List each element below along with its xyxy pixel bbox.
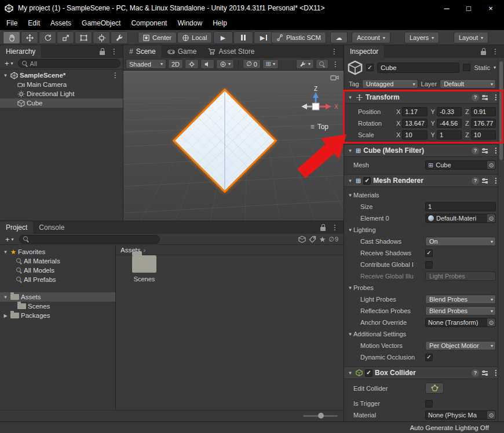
scene-camera-icon[interactable]	[330, 74, 339, 83]
favorites-filter-icon[interactable]: ★	[319, 235, 326, 244]
draw-mode-dropdown[interactable]: Shaded▾	[126, 59, 166, 69]
scene-bar-more-icon[interactable]: ⋮	[330, 60, 341, 68]
rotation-z-field[interactable]: 176.77	[471, 119, 496, 128]
minimize-button[interactable]: ─	[438, 2, 455, 14]
pivot-rotation-button[interactable]: Local	[177, 32, 212, 43]
folder-scenes[interactable]: Scenes	[0, 302, 115, 311]
menu-gameobject[interactable]: GameObject	[76, 16, 126, 30]
active-checkbox[interactable]	[366, 64, 374, 71]
folder-packages[interactable]: ▶ Packages	[0, 311, 115, 320]
layout-dropdown[interactable]: Layout▾	[454, 32, 488, 43]
account-dropdown[interactable]: Account▾	[352, 32, 390, 43]
edit-collider-button[interactable]	[425, 383, 444, 394]
object-picker-icon[interactable]: ⊙	[487, 214, 495, 222]
step-button[interactable]: ▶	[254, 31, 273, 44]
help-icon[interactable]: ?	[472, 177, 479, 185]
foldout-open-icon[interactable]: ▼	[347, 370, 353, 376]
tab-scene[interactable]: # Scene	[123, 45, 162, 58]
panel-menu-icon[interactable]: ⋮	[490, 47, 501, 56]
tab-project[interactable]: Project	[0, 221, 33, 234]
gizmo-view-menu[interactable]: ≡ Top	[311, 123, 328, 131]
hierarchy-item-cube[interactable]: Cube	[0, 98, 123, 108]
gizmo-z-cone[interactable]	[313, 92, 319, 98]
static-checkbox[interactable]	[463, 64, 470, 71]
menu-edit[interactable]: Edit	[23, 16, 45, 30]
probes-foldout[interactable]: ▼ Probes	[344, 282, 504, 293]
mesh-filter-header[interactable]: ▼ ⊞ Cube (Mesh Filter) ? ⋮	[344, 144, 504, 157]
materials-size-field[interactable]: 1	[425, 202, 496, 211]
transform-header[interactable]: ▼ Transform ? ⋮	[344, 91, 504, 104]
position-z-field[interactable]: 0.91	[471, 107, 496, 116]
receive-shadows-checkbox[interactable]	[425, 249, 433, 257]
foldout-open-icon[interactable]: ▼	[347, 332, 353, 337]
foldout-open-icon[interactable]: ▼	[347, 148, 353, 153]
gizmo-minus-x-cone[interactable]	[301, 104, 307, 109]
scene-effects-dropdown[interactable]: ▾	[216, 59, 234, 69]
hierarchy-search-input[interactable]: All	[18, 59, 120, 68]
component-enabled-checkbox[interactable]	[365, 369, 372, 377]
menu-file[interactable]: File	[1, 16, 23, 30]
scale-y-field[interactable]: 1	[437, 130, 462, 140]
scene-options-icon[interactable]: ⋮	[110, 71, 120, 79]
tag-dropdown[interactable]: Untagged▾	[362, 79, 418, 89]
foldout-open-icon[interactable]: ▼	[2, 73, 9, 78]
object-picker-icon[interactable]: ⊙	[487, 318, 495, 326]
help-icon[interactable]: ?	[472, 369, 479, 377]
hierarchy-item-directional-light[interactable]: Directional Light	[0, 89, 123, 98]
scene-orientation-gizmo[interactable]: Z X	[291, 86, 340, 122]
tab-game[interactable]: Game	[162, 45, 203, 58]
rotation-x-field[interactable]: 13.647	[402, 119, 427, 128]
is-trigger-checkbox[interactable]	[425, 400, 433, 408]
help-icon[interactable]: ?	[472, 147, 479, 155]
scrollbar-thumb[interactable]	[499, 61, 503, 160]
tab-console[interactable]: Console	[33, 221, 70, 234]
slider-knob[interactable]	[318, 413, 324, 419]
menu-component[interactable]: Component	[126, 16, 172, 30]
gizmo-center-cube[interactable]	[312, 103, 319, 110]
foldout-open-icon[interactable]: ▼	[2, 249, 9, 255]
transform-tool-button[interactable]	[93, 31, 110, 44]
static-dropdown-icon[interactable]: ▾	[494, 65, 496, 70]
foldout-open-icon[interactable]: ▼	[347, 178, 353, 184]
cast-shadows-dropdown[interactable]: On▾	[425, 237, 496, 246]
materials-foldout[interactable]: ▼ Materials	[344, 189, 504, 201]
custom-tool-button[interactable]	[111, 31, 128, 44]
lock-icon[interactable]	[320, 227, 326, 231]
favorites-root[interactable]: ▼ ★ Favorites	[0, 247, 115, 256]
rect-tool-button[interactable]	[75, 31, 92, 44]
tab-hierarchy[interactable]: Hierarchy	[0, 45, 41, 58]
object-name-field[interactable]: Cube	[377, 63, 459, 73]
tab-asset-store[interactable]: Asset Store	[202, 45, 260, 58]
scene-audio-toggle[interactable]	[200, 59, 214, 69]
dynamic-occlusion-checkbox[interactable]	[425, 354, 433, 361]
presets-icon[interactable]	[481, 147, 488, 154]
menu-help[interactable]: Help	[207, 16, 232, 30]
foldout-closed-icon[interactable]: ▶	[2, 313, 9, 318]
reflection-probes-dropdown[interactable]: Blend Probes▾	[425, 306, 496, 315]
hand-tool-button[interactable]	[3, 31, 20, 44]
object-picker-icon[interactable]: ⊙	[487, 411, 495, 419]
favorite-all-prefabs[interactable]: All Prefabs	[0, 275, 115, 284]
package-filter-icon[interactable]	[298, 236, 306, 243]
tab-inspector[interactable]: Inspector	[344, 45, 384, 58]
thumbnail-size-slider[interactable]	[303, 415, 338, 417]
motion-vectors-dropdown[interactable]: Per Object Motior▾	[425, 341, 496, 350]
gizmo-x-cone[interactable]	[326, 104, 331, 109]
layer-dropdown[interactable]: Default▾	[440, 79, 496, 89]
cloud-button[interactable]: ☁	[330, 32, 348, 43]
menu-window[interactable]: Window	[172, 16, 207, 30]
hierarchy-item-main-camera[interactable]: Main Camera	[0, 80, 123, 89]
component-enabled-checkbox[interactable]	[363, 177, 371, 185]
panel-menu-icon[interactable]: ⋮	[329, 47, 339, 56]
scale-x-field[interactable]: 10	[402, 130, 427, 140]
maximize-button[interactable]: □	[460, 2, 477, 14]
rotate-tool-button[interactable]	[39, 31, 56, 44]
light-probes-dropdown[interactable]: Blend Probes▾	[425, 295, 496, 304]
create-asset-button[interactable]: +▾	[3, 234, 16, 244]
foldout-open-icon[interactable]: ▼	[347, 227, 353, 233]
favorite-all-materials[interactable]: All Materials	[0, 256, 115, 266]
plastic-scm-button[interactable]: Plastic SCM	[271, 32, 326, 43]
layers-dropdown[interactable]: Layers▾	[404, 32, 439, 43]
rotation-y-field[interactable]: -44.56	[437, 119, 462, 128]
favorite-all-models[interactable]: All Models	[0, 266, 115, 275]
